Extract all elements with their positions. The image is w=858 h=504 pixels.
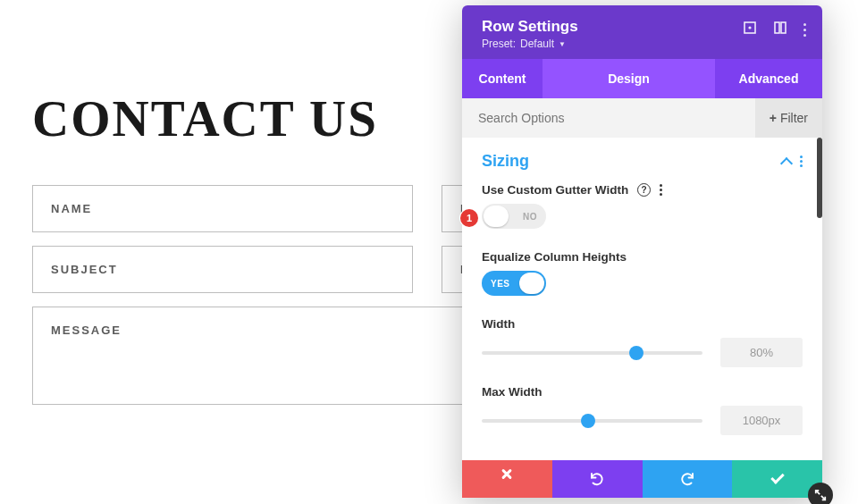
tab-content[interactable]: Content [462,59,543,98]
panel-body: Sizing Use Custom Gutter Width ? 1 NO [462,138,822,460]
slider-thumb[interactable] [629,346,644,360]
panel-tabs: Content Design Advanced [462,59,822,98]
option-more-icon[interactable] [660,184,662,196]
panel-preset[interactable]: Preset: Default ▼ [482,38,578,50]
width-slider[interactable] [482,351,702,355]
width-label: Width [482,317,803,331]
filter-button[interactable]: + Filter [755,98,822,138]
gutter-label: Use Custom Gutter Width ? [482,183,803,197]
section-header-sizing[interactable]: Sizing [482,152,803,171]
filter-label: Filter [780,111,808,125]
section-more-icon[interactable] [800,155,803,167]
svg-rect-3 [781,22,786,33]
section-controls [782,155,803,168]
undo-button[interactable] [552,460,643,498]
tab-design[interactable]: Design [543,59,715,98]
plus-icon: + [770,111,777,125]
chevron-down-icon: ▼ [559,40,566,48]
columns-icon[interactable] [773,21,787,38]
subject-field[interactable]: SUBJECT [32,246,413,293]
tab-advanced[interactable]: Advanced [715,59,822,98]
section-title: Sizing [482,152,529,171]
redo-button[interactable] [643,460,733,498]
undo-icon [589,471,605,487]
panel-header: Row Settings Preset: Default ▼ [462,5,822,59]
toggle-state-no: NO [523,212,537,222]
close-icon [500,473,513,485]
max-width-slider-row: 1080px [482,406,803,435]
search-input[interactable] [462,98,755,138]
gutter-label-text: Use Custom Gutter Width [482,183,628,197]
expand-corner-button[interactable] [808,483,833,504]
check-icon [770,470,785,484]
option-width: Width 80% [482,317,803,367]
slider-thumb[interactable] [581,414,595,428]
width-label-text: Width [482,317,515,331]
help-icon[interactable]: ? [637,183,651,197]
header-icons [743,18,806,38]
width-value[interactable]: 80% [720,338,803,367]
preset-label: Preset: [482,38,516,50]
max-width-label: Max Width [482,385,803,399]
svg-rect-2 [775,22,779,33]
equalize-label-text: Equalize Column Heights [482,250,627,264]
max-width-value[interactable]: 1080px [720,406,803,435]
option-equalize-heights: Equalize Column Heights YES [482,250,803,299]
fullscreen-icon[interactable] [743,21,757,38]
chevron-up-icon[interactable] [780,156,793,169]
svg-point-1 [748,26,751,29]
toggle-state-yes: YES [491,279,510,289]
panel-title: Row Settings [482,18,578,36]
width-slider-row: 80% [482,338,803,367]
scrollbar[interactable] [817,138,822,218]
search-bar: + Filter [462,98,822,138]
max-width-label-text: Max Width [482,385,542,399]
equalize-toggle[interactable]: YES [482,271,546,296]
cancel-button[interactable] [462,460,552,498]
option-max-width: Max Width 1080px [482,385,803,435]
panel-titles: Row Settings Preset: Default ▼ [482,18,578,50]
expand-icon [814,489,827,501]
name-field[interactable]: NAME [32,185,413,232]
max-width-slider[interactable] [482,419,702,423]
toggle-knob [484,206,509,227]
redo-icon [679,471,695,487]
option-gutter-width: Use Custom Gutter Width ? 1 NO [482,183,803,232]
panel-footer [462,460,822,498]
toggle-knob [519,273,544,294]
more-icon[interactable] [803,23,806,37]
gutter-toggle[interactable]: NO [482,204,546,229]
row-settings-panel: Row Settings Preset: Default ▼ Content D… [462,5,822,498]
preset-value: Default [520,38,554,50]
callout-badge-1: 1 [460,209,478,227]
equalize-label: Equalize Column Heights [482,250,803,264]
